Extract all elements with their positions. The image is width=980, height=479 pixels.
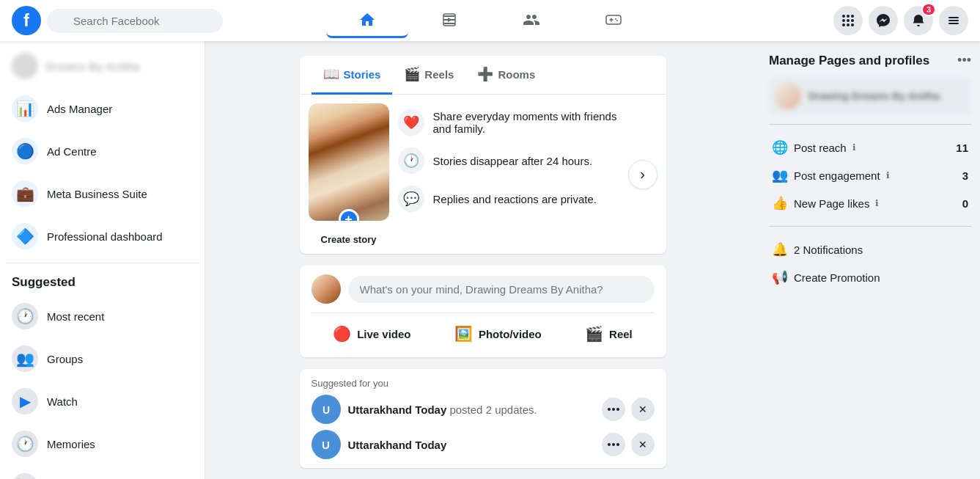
action-row-notifications[interactable]: 🔔 2 Notifications xyxy=(769,235,971,263)
nav-gaming-button[interactable] xyxy=(572,3,655,38)
suggested-sub-actions: ✕ xyxy=(602,433,655,456)
main-layout: Dreams By Anitha 📊 Ads Manager 🔵 Ad Cent… xyxy=(0,41,980,479)
sidebar-item-watch[interactable]: ▶ Watch xyxy=(6,381,199,422)
notifications-button[interactable]: 3 xyxy=(904,6,933,35)
svg-rect-2 xyxy=(606,15,621,24)
suggested-sub-avatar: U xyxy=(312,430,341,459)
stat-left-new-page-likes: 👍 New Page likes ℹ xyxy=(772,195,879,211)
reels-tab-label: Reels xyxy=(424,68,454,81)
stat-row-post-engagement[interactable]: 👥 Post engagement ℹ 3 xyxy=(769,161,971,189)
suggested-post-sub: U Uttarakhand Today ✕ xyxy=(300,430,666,468)
live-video-action[interactable]: 🔴 Live video xyxy=(321,319,422,348)
suggested-avatar: U xyxy=(312,395,341,424)
facebook-logo[interactable]: f xyxy=(12,6,41,35)
right-sidebar-profile-item[interactable]: Drawing Dreams By Anitha xyxy=(769,77,971,115)
stat-row-post-reach[interactable]: 🌐 Post reach ℹ 11 xyxy=(769,134,971,161)
sidebar-divider xyxy=(6,263,199,263)
action-row-create-promotion[interactable]: 📢 Create Promotion xyxy=(769,263,971,291)
photo-video-icon: 🖼️ xyxy=(454,325,473,343)
sidebar-profile-item[interactable]: Dreams By Anitha xyxy=(6,47,199,85)
create-story-item[interactable]: + Create story xyxy=(309,103,389,245)
post-box-divider xyxy=(312,312,655,313)
stories-info-item-2: 💬 Replies and reactions are private. xyxy=(398,186,619,212)
svg-point-12 xyxy=(847,23,850,26)
sidebar-item-groups[interactable]: 👥 Groups xyxy=(6,338,199,379)
svg-rect-15 xyxy=(948,20,959,21)
tab-rooms[interactable]: ➕ Rooms xyxy=(465,56,547,95)
stat-label-post-engagement: Post engagement xyxy=(794,169,880,182)
watch-icon: ▶ xyxy=(12,388,38,414)
suggested-close-button[interactable]: ✕ xyxy=(631,398,655,421)
grid-menu-button[interactable] xyxy=(833,6,863,35)
suggested-header: Suggested for you xyxy=(300,369,666,395)
sub-dot-3 xyxy=(616,443,619,446)
messenger-button[interactable] xyxy=(869,6,898,35)
search-wrapper: 🔍 xyxy=(47,9,223,33)
search-input[interactable] xyxy=(47,9,223,33)
stories-tab-label: Stories xyxy=(344,68,381,81)
suggested-sub-more-button[interactable] xyxy=(602,433,625,456)
post-box: 🔴 Live video 🖼️ Photo/video 🎬 Reel xyxy=(300,266,666,357)
notification-badge: 3 xyxy=(921,3,936,16)
stat-row-new-page-likes[interactable]: 👍 New Page likes ℹ 0 xyxy=(769,189,971,217)
post-engagement-icon: 👥 xyxy=(772,167,788,183)
ads-manager-icon: 📊 xyxy=(12,95,38,122)
right-profile-name: Drawing Dreams By Anitha xyxy=(808,90,940,102)
stories-content: + Create story ❤️ Share everyday moments… xyxy=(300,95,666,254)
svg-rect-16 xyxy=(948,23,959,24)
sidebar-item-most-recent[interactable]: 🕐 Most recent xyxy=(6,296,199,337)
photo-video-action[interactable]: 🖼️ Photo/video xyxy=(443,319,553,348)
nav-home-button[interactable] xyxy=(326,3,408,38)
stat-info-new-page-likes: ℹ xyxy=(875,198,879,208)
topnav-left: f 🔍 xyxy=(12,6,326,35)
photo-video-label: Photo/video xyxy=(479,328,542,340)
svg-point-3 xyxy=(615,18,616,20)
sidebar-item-saved[interactable]: 🔖 Saved xyxy=(6,466,199,479)
sidebar-profile-avatar xyxy=(12,53,38,79)
nav-watch-button[interactable] xyxy=(408,3,490,38)
sidebar-item-meta-business[interactable]: 💼 Meta Business Suite xyxy=(6,173,199,214)
svg-point-13 xyxy=(851,23,854,26)
right-profile-avatar xyxy=(775,83,801,109)
manage-pages-more-button[interactable]: ••• xyxy=(957,53,971,68)
svg-point-9 xyxy=(847,19,850,22)
action-label-create-promotion: Create Promotion xyxy=(794,271,880,284)
story-image: + xyxy=(309,103,389,221)
story-image-gradient xyxy=(309,103,389,221)
tab-reels[interactable]: 🎬 Reels xyxy=(392,56,465,95)
sidebar-item-ad-centre[interactable]: 🔵 Ad Centre xyxy=(6,131,199,172)
sidebar-label-ad-centre: Ad Centre xyxy=(47,145,97,158)
sub-dot-2 xyxy=(612,443,615,446)
main-menu-button[interactable] xyxy=(939,6,968,35)
tab-stories[interactable]: 📖 Stories xyxy=(312,56,393,95)
right-sidebar: Manage Pages and profiles ••• Drawing Dr… xyxy=(760,41,980,479)
notifications-bell-icon: 🔔 xyxy=(772,241,788,257)
reel-action[interactable]: 🎬 Reel xyxy=(573,319,644,348)
sidebar-item-ads-manager[interactable]: 📊 Ads Manager xyxy=(6,88,199,129)
ad-centre-icon: 🔵 xyxy=(12,138,38,164)
stat-label-new-page-likes: New Page likes xyxy=(794,197,869,210)
post-reach-globe-icon: 🌐 xyxy=(772,139,788,156)
stories-chat-icon: 💬 xyxy=(398,186,424,212)
sidebar-label-watch: Watch xyxy=(47,395,78,408)
sidebar-item-memories[interactable]: 🕐 Memories xyxy=(6,423,199,464)
svg-point-6 xyxy=(847,15,850,18)
right-divider xyxy=(769,124,971,125)
stories-next-button[interactable]: › xyxy=(628,160,657,189)
sidebar-item-professional[interactable]: 🔷 Professional dashboard xyxy=(6,216,199,257)
dot-2 xyxy=(612,408,615,411)
suggested-meta-text: posted 2 updates. xyxy=(449,403,537,416)
suggested-sub-close-button[interactable]: ✕ xyxy=(631,433,655,456)
suggested-more-button[interactable] xyxy=(602,398,625,421)
post-input[interactable] xyxy=(348,276,655,303)
suggested-post-info: U Uttarakhand Today posted 2 updates. xyxy=(312,395,537,424)
nav-friends-button[interactable] xyxy=(490,3,572,38)
dot-1 xyxy=(608,408,611,411)
live-video-label: Live video xyxy=(357,328,410,340)
suggested-author-name: Uttarakhand Today posted 2 updates. xyxy=(348,403,537,416)
post-box-card: 🔴 Live video 🖼️ Photo/video 🎬 Reel xyxy=(300,266,666,357)
post-box-actions: 🔴 Live video 🖼️ Photo/video 🎬 Reel xyxy=(312,319,655,348)
center-feed: 📖 Stories 🎬 Reels ➕ Rooms + xyxy=(205,41,760,479)
topnav-right: 3 xyxy=(655,6,969,35)
stories-heart-icon: ❤️ xyxy=(398,109,424,136)
